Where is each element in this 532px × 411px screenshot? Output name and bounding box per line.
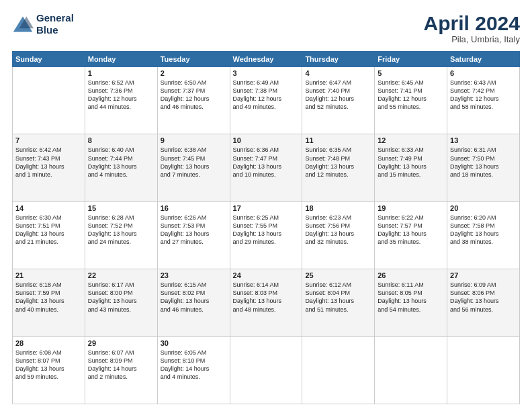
calendar-table: SundayMondayTuesdayWednesdayThursdayFrid…	[12, 51, 520, 404]
day-number: 16	[161, 204, 227, 212]
day-number: 12	[378, 136, 444, 144]
week-row-4: 21Sunrise: 6:18 AM Sunset: 7:59 PM Dayli…	[13, 269, 520, 336]
cell-info: Sunrise: 6:33 AM Sunset: 7:49 PM Dayligh…	[378, 146, 444, 179]
cell-info: Sunrise: 6:11 AM Sunset: 8:05 PM Dayligh…	[378, 281, 444, 314]
day-number: 8	[88, 136, 154, 144]
cell-info: Sunrise: 6:42 AM Sunset: 7:43 PM Dayligh…	[15, 146, 82, 179]
day-number: 30	[161, 339, 227, 347]
day-number: 4	[305, 69, 371, 77]
cell-info: Sunrise: 6:15 AM Sunset: 8:02 PM Dayligh…	[161, 281, 227, 314]
weekday-header-tuesday: Tuesday	[157, 52, 230, 67]
week-row-2: 7Sunrise: 6:42 AM Sunset: 7:43 PM Daylig…	[13, 134, 520, 201]
day-number: 13	[450, 136, 517, 144]
day-number: 28	[15, 339, 82, 347]
calendar-cell: 8Sunrise: 6:40 AM Sunset: 7:44 PM Daylig…	[85, 134, 157, 201]
calendar-cell: 14Sunrise: 6:30 AM Sunset: 7:51 PM Dayli…	[13, 201, 85, 269]
day-number: 11	[305, 136, 371, 144]
calendar-cell: 7Sunrise: 6:42 AM Sunset: 7:43 PM Daylig…	[13, 134, 85, 201]
cell-info: Sunrise: 6:36 AM Sunset: 7:47 PM Dayligh…	[233, 146, 300, 179]
calendar-cell: 23Sunrise: 6:15 AM Sunset: 8:02 PM Dayli…	[157, 269, 230, 336]
header: General Blue April 2024 Pila, Umbria, It…	[12, 12, 520, 44]
day-number: 6	[450, 69, 517, 77]
cell-info: Sunrise: 6:18 AM Sunset: 7:59 PM Dayligh…	[15, 281, 82, 314]
cell-info: Sunrise: 6:22 AM Sunset: 7:57 PM Dayligh…	[378, 214, 444, 246]
day-number: 29	[88, 339, 154, 347]
calendar-cell: 19Sunrise: 6:22 AM Sunset: 7:57 PM Dayli…	[375, 201, 447, 269]
day-number: 7	[15, 136, 82, 144]
cell-info: Sunrise: 6:23 AM Sunset: 7:56 PM Dayligh…	[305, 214, 371, 246]
cell-info: Sunrise: 6:25 AM Sunset: 7:55 PM Dayligh…	[233, 214, 300, 246]
week-row-1: 1Sunrise: 6:52 AM Sunset: 7:36 PM Daylig…	[13, 67, 520, 134]
cell-info: Sunrise: 6:26 AM Sunset: 7:53 PM Dayligh…	[161, 214, 227, 246]
day-number: 19	[378, 204, 444, 212]
calendar-cell: 21Sunrise: 6:18 AM Sunset: 7:59 PM Dayli…	[13, 269, 85, 336]
day-number: 20	[450, 204, 517, 212]
calendar-cell: 6Sunrise: 6:43 AM Sunset: 7:42 PM Daylig…	[447, 67, 520, 134]
calendar-cell: 28Sunrise: 6:08 AM Sunset: 8:07 PM Dayli…	[13, 336, 85, 404]
cell-info: Sunrise: 6:07 AM Sunset: 8:09 PM Dayligh…	[88, 349, 154, 381]
cell-info: Sunrise: 6:38 AM Sunset: 7:45 PM Dayligh…	[161, 146, 227, 179]
month-title: April 2024	[424, 12, 520, 34]
day-number: 18	[305, 204, 371, 212]
cell-info: Sunrise: 6:43 AM Sunset: 7:42 PM Dayligh…	[450, 79, 517, 111]
day-number: 17	[233, 204, 300, 212]
day-number: 23	[161, 271, 227, 279]
calendar-cell	[302, 336, 375, 404]
calendar-cell	[230, 336, 302, 404]
cell-info: Sunrise: 6:08 AM Sunset: 8:07 PM Dayligh…	[15, 349, 82, 381]
cell-info: Sunrise: 6:20 AM Sunset: 7:58 PM Dayligh…	[450, 214, 517, 246]
cell-info: Sunrise: 6:17 AM Sunset: 8:00 PM Dayligh…	[88, 281, 154, 314]
week-row-3: 14Sunrise: 6:30 AM Sunset: 7:51 PM Dayli…	[13, 201, 520, 269]
weekday-header-saturday: Saturday	[447, 52, 520, 67]
calendar-cell: 9Sunrise: 6:38 AM Sunset: 7:45 PM Daylig…	[157, 134, 230, 201]
day-number: 22	[88, 271, 154, 279]
weekday-header-wednesday: Wednesday	[230, 52, 302, 67]
calendar-cell: 5Sunrise: 6:45 AM Sunset: 7:41 PM Daylig…	[375, 67, 447, 134]
location: Pila, Umbria, Italy	[424, 34, 520, 44]
calendar-cell: 4Sunrise: 6:47 AM Sunset: 7:40 PM Daylig…	[302, 67, 375, 134]
title-block: April 2024 Pila, Umbria, Italy	[424, 12, 520, 44]
day-number: 10	[233, 136, 300, 144]
cell-info: Sunrise: 6:30 AM Sunset: 7:51 PM Dayligh…	[15, 214, 82, 246]
calendar-cell: 3Sunrise: 6:49 AM Sunset: 7:38 PM Daylig…	[230, 67, 302, 134]
cell-info: Sunrise: 6:14 AM Sunset: 8:03 PM Dayligh…	[233, 281, 300, 314]
day-number: 1	[88, 69, 154, 77]
calendar-cell: 20Sunrise: 6:20 AM Sunset: 7:58 PM Dayli…	[447, 201, 520, 269]
cell-info: Sunrise: 6:50 AM Sunset: 7:37 PM Dayligh…	[161, 79, 227, 111]
day-number: 27	[450, 271, 517, 279]
day-number: 9	[161, 136, 227, 144]
weekday-header-monday: Monday	[85, 52, 157, 67]
calendar-cell: 15Sunrise: 6:28 AM Sunset: 7:52 PM Dayli…	[85, 201, 157, 269]
calendar-cell: 12Sunrise: 6:33 AM Sunset: 7:49 PM Dayli…	[375, 134, 447, 201]
calendar-cell: 13Sunrise: 6:31 AM Sunset: 7:50 PM Dayli…	[447, 134, 520, 201]
cell-info: Sunrise: 6:09 AM Sunset: 8:06 PM Dayligh…	[450, 281, 517, 314]
week-row-5: 28Sunrise: 6:08 AM Sunset: 8:07 PM Dayli…	[13, 336, 520, 404]
calendar-cell: 22Sunrise: 6:17 AM Sunset: 8:00 PM Dayli…	[85, 269, 157, 336]
calendar-cell: 27Sunrise: 6:09 AM Sunset: 8:06 PM Dayli…	[447, 269, 520, 336]
calendar-cell: 24Sunrise: 6:14 AM Sunset: 8:03 PM Dayli…	[230, 269, 302, 336]
cell-info: Sunrise: 6:35 AM Sunset: 7:48 PM Dayligh…	[305, 146, 371, 179]
calendar-cell: 1Sunrise: 6:52 AM Sunset: 7:36 PM Daylig…	[85, 67, 157, 134]
logo: General Blue	[12, 12, 74, 36]
day-number: 15	[88, 204, 154, 212]
calendar-cell	[447, 336, 520, 404]
logo-line1: General	[36, 12, 74, 24]
day-number: 25	[305, 271, 371, 279]
cell-info: Sunrise: 6:28 AM Sunset: 7:52 PM Dayligh…	[88, 214, 154, 246]
calendar-cell: 11Sunrise: 6:35 AM Sunset: 7:48 PM Dayli…	[302, 134, 375, 201]
calendar-cell: 25Sunrise: 6:12 AM Sunset: 8:04 PM Dayli…	[302, 269, 375, 336]
cell-info: Sunrise: 6:49 AM Sunset: 7:38 PM Dayligh…	[233, 79, 300, 111]
day-number: 14	[15, 204, 82, 212]
calendar-cell: 2Sunrise: 6:50 AM Sunset: 7:37 PM Daylig…	[157, 67, 230, 134]
calendar-cell	[13, 67, 85, 134]
calendar-cell: 29Sunrise: 6:07 AM Sunset: 8:09 PM Dayli…	[85, 336, 157, 404]
weekday-header-row: SundayMondayTuesdayWednesdayThursdayFrid…	[13, 52, 520, 67]
weekday-header-thursday: Thursday	[302, 52, 375, 67]
calendar-cell: 17Sunrise: 6:25 AM Sunset: 7:55 PM Dayli…	[230, 201, 302, 269]
cell-info: Sunrise: 6:45 AM Sunset: 7:41 PM Dayligh…	[378, 79, 444, 111]
calendar-cell: 30Sunrise: 6:05 AM Sunset: 8:10 PM Dayli…	[157, 336, 230, 404]
calendar-cell	[375, 336, 447, 404]
logo-icon	[12, 15, 34, 34]
day-number: 2	[161, 69, 227, 77]
cell-info: Sunrise: 6:31 AM Sunset: 7:50 PM Dayligh…	[450, 146, 517, 179]
